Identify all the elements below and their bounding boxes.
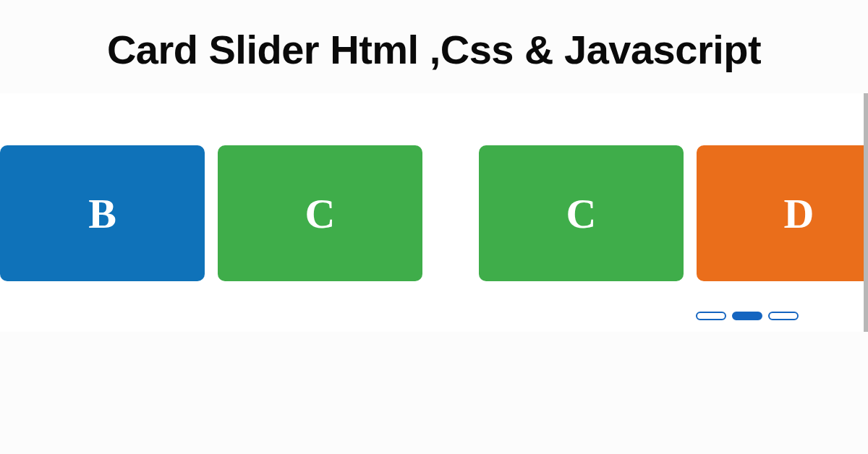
slider-card-c-2[interactable]: C	[479, 145, 684, 281]
slider-gap	[435, 145, 466, 281]
slider-card-b[interactable]: B	[0, 145, 205, 281]
pagination-dot-3[interactable]	[768, 312, 799, 320]
slider-track[interactable]: B C C D	[0, 145, 868, 281]
card-letter: D	[784, 189, 814, 238]
card-slider[interactable]: B C C D	[0, 93, 868, 332]
card-letter: C	[566, 189, 597, 238]
card-letter: B	[88, 189, 116, 238]
page-title: Card Slider Html ,Css & Javascript	[0, 0, 868, 93]
slider-card-c[interactable]: C	[218, 145, 422, 281]
scrollbar[interactable]	[864, 93, 868, 332]
pagination-dot-1[interactable]	[696, 312, 726, 320]
slider-card-d[interactable]: D	[697, 145, 868, 281]
slider-pagination	[696, 312, 799, 320]
pagination-dot-2[interactable]	[732, 312, 762, 320]
card-letter: C	[305, 189, 336, 238]
